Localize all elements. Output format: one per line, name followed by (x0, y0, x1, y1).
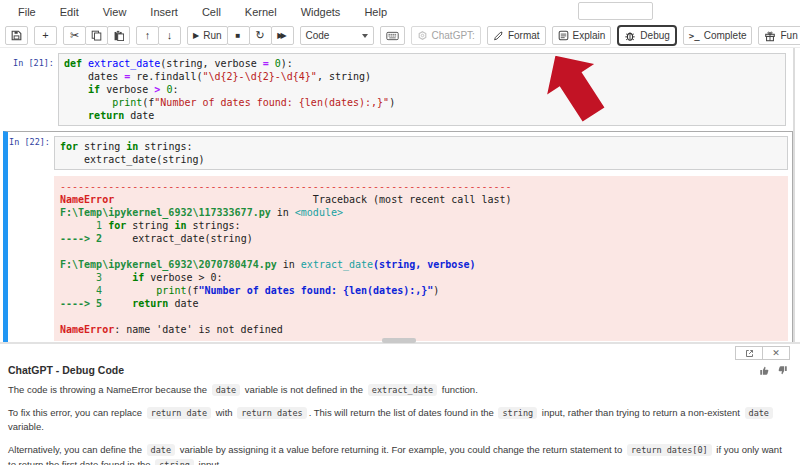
arrow-up-icon: ↑ (145, 30, 151, 41)
top-right-box[interactable] (578, 2, 653, 20)
code-token: (f (142, 97, 154, 108)
error-traceback-output: ----------------------------------------… (54, 176, 788, 341)
copy-cell-button[interactable] (85, 26, 108, 45)
code-token: string (126, 220, 174, 231)
popout-icon (745, 349, 754, 358)
code-line: 4 print(f"Number of dates found: {len(da… (60, 284, 782, 297)
terminal-prompt-icon: >_ (689, 31, 700, 41)
code-token: extract_date(string) (60, 154, 205, 165)
code-token: ----> 5 (60, 298, 102, 309)
code-line: 1 for string in strings: (60, 219, 782, 232)
code-token: NameError (60, 324, 114, 335)
code-token: ----> 2 (60, 233, 102, 244)
move-cell-down-button[interactable]: ↓ (158, 26, 181, 45)
code-token: NameError (60, 194, 114, 205)
menu-item-kernel[interactable]: Kernel (233, 6, 289, 18)
menu-item-file[interactable]: File (6, 6, 48, 18)
inline-code: string (155, 459, 194, 465)
add-cell-button[interactable]: + (34, 26, 57, 45)
panel-paragraph: Alternatively, you can define the date v… (8, 443, 790, 465)
code-token: dates (64, 71, 124, 82)
code-token: re.findall( (130, 71, 202, 82)
feedback-buttons (759, 365, 788, 376)
code-token: "\d{2}-\d{2}-\d{4}" (203, 71, 317, 82)
code-token (64, 84, 88, 95)
chatgpt-label: ChatGPT: (432, 30, 475, 41)
cell-type-select[interactable]: Code (300, 26, 374, 45)
stop-icon: ■ (236, 32, 241, 40)
code-line: print(f"Number of dates found: {len(date… (64, 96, 780, 109)
code-token: for (108, 220, 126, 231)
format-label: Format (508, 30, 540, 41)
code-token: extract_date (301, 259, 373, 270)
thumbs-up-icon[interactable] (759, 365, 770, 376)
debug-button[interactable]: Debug (617, 25, 676, 46)
code-token: (string, verbose) (373, 259, 475, 270)
menu-item-edit[interactable]: Edit (48, 6, 91, 18)
code-token: , string) (317, 71, 371, 82)
code-token: Traceback (most recent call last) (114, 194, 511, 205)
menu-item-cell[interactable]: Cell (190, 6, 233, 18)
code-token (108, 272, 132, 283)
code-cell-21: In [21]: def extract_date(string, verbos… (8, 53, 786, 126)
popout-button[interactable] (735, 346, 763, 360)
code-token: F:\Temp\ipykernel_6932\117333677.py (60, 207, 271, 218)
chatgpt-button[interactable]: ChatGPT: (411, 26, 481, 45)
panel-controls: ✕ (735, 346, 790, 360)
move-cell-up-button[interactable]: ↑ (136, 26, 159, 45)
notebook-scrollbar[interactable] (793, 48, 795, 343)
panel-resize-handle[interactable] (382, 338, 416, 343)
paste-cell-button[interactable] (107, 26, 130, 45)
code-line: ----------------------------------------… (60, 180, 782, 193)
code-line: NameError Traceback (most recent call la… (60, 193, 782, 206)
code-token (64, 110, 88, 121)
notebook-app: FileEditViewInsertCellKernelWidgetsHelp … (0, 0, 800, 465)
keyboard-icon (386, 31, 399, 41)
explain-button[interactable]: Explain (552, 26, 612, 45)
fun-button[interactable]: Fun (758, 26, 800, 45)
code-line: 3 if verbose > 0: (60, 271, 782, 284)
code-input-area[interactable]: for string in strings: extract_date(stri… (54, 136, 788, 170)
menu-item-view[interactable]: View (91, 6, 139, 18)
stop-button[interactable]: ■ (227, 26, 250, 45)
code-token: extract_date (88, 58, 160, 69)
code-token: date (124, 110, 154, 121)
code-line: for string in strings: (60, 140, 782, 153)
code-line: if verbose > 0: (64, 83, 780, 96)
code-token: return (132, 298, 168, 309)
restart-run-all-button[interactable]: ▶▶ (271, 26, 294, 45)
fast-forward-icon: ▶▶ (277, 32, 286, 40)
code-cell-22-selected[interactable]: In [22]: for string in strings: extract_… (3, 131, 793, 343)
run-button[interactable]: ▶Run (187, 26, 228, 45)
code-line (60, 245, 782, 258)
format-button[interactable]: Format (487, 26, 546, 45)
code-token: in (271, 207, 295, 218)
panel-paragraph: To fix this error, you can replace retur… (8, 406, 790, 435)
menu-item-insert[interactable]: Insert (138, 6, 190, 18)
cut-cell-button[interactable]: ✂ (63, 26, 86, 45)
command-palette-button[interactable] (380, 26, 405, 45)
complete-button[interactable]: >_ Complete (683, 26, 753, 45)
notebook-area: In [21]: def extract_date(string, verbos… (0, 48, 800, 343)
menu-item-help[interactable]: Help (352, 6, 399, 18)
code-input-area[interactable]: def extract_date(string, verbose = 0): d… (58, 53, 786, 126)
panel-paragraph: The code is throwing a NameError because… (8, 383, 790, 398)
pen-icon (493, 30, 504, 41)
code-token: "Number of dates found: {len(dates):,}" (199, 285, 434, 296)
code-token: print (112, 97, 142, 108)
code-token: print (156, 285, 186, 296)
close-panel-button[interactable]: ✕ (762, 346, 790, 360)
code-token: in (126, 141, 138, 152)
code-token: if (88, 84, 100, 95)
menu-item-widgets[interactable]: Widgets (289, 6, 353, 18)
code-line (60, 310, 782, 323)
plus-icon: + (42, 30, 48, 41)
thumbs-down-icon[interactable] (777, 365, 788, 376)
save-button[interactable] (5, 26, 28, 45)
inline-code: return dates (237, 407, 306, 419)
code-line: F:\Temp\ipykernel_6932\2070780474.py in … (60, 258, 782, 271)
code-token: return (88, 110, 124, 121)
restart-kernel-button[interactable]: ↻ (249, 26, 272, 45)
run-label: Run (203, 30, 221, 41)
code-token: (string, verbose (160, 58, 262, 69)
